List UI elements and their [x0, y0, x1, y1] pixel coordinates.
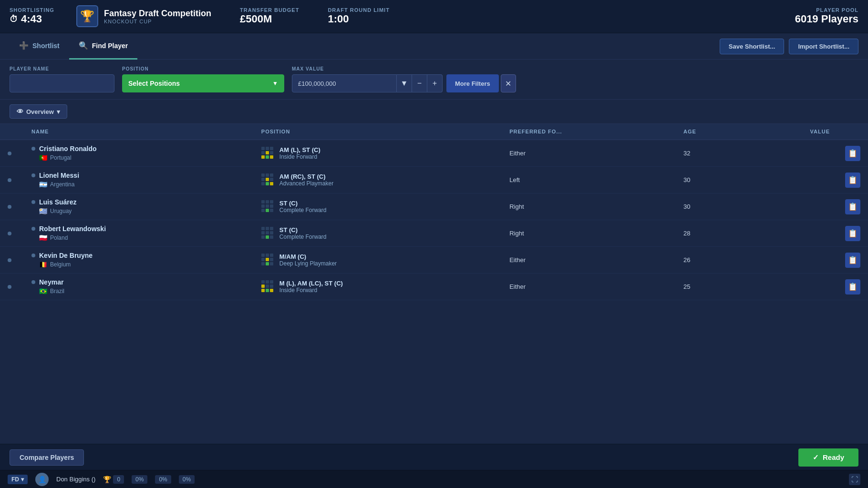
- stat2: 0%: [155, 475, 171, 484]
- tab-shortlist[interactable]: ➕ Shortlist: [10, 33, 69, 60]
- position-text: M/AM (C) Deep Lying Playmaker: [279, 253, 337, 267]
- max-value-input[interactable]: [292, 74, 397, 92]
- row-status-cell: [0, 167, 24, 193]
- stat2-value: 0%: [155, 475, 171, 484]
- row-action-cell: 📋: [837, 247, 868, 274]
- row-preferred-foot-cell: Right: [502, 193, 676, 220]
- row-action-cell: 📋: [837, 193, 868, 220]
- add-player-button[interactable]: 📋: [845, 146, 860, 161]
- position-dot: [261, 258, 265, 261]
- shortlist-tab-label: Shortlist: [32, 42, 60, 50]
- clear-filters-button[interactable]: ✕: [501, 74, 516, 92]
- table-row[interactable]: Neymar 🇧🇷 Brazil M (L), AM (LC), ST (C) …: [0, 274, 868, 300]
- header-age[interactable]: AGE: [676, 124, 748, 140]
- position-dot: [266, 262, 269, 265]
- add-player-button[interactable]: 📋: [845, 253, 860, 268]
- add-player-button[interactable]: 📋: [845, 173, 860, 188]
- player-name: Kevin De Bruyne: [31, 252, 246, 259]
- table-row[interactable]: Lionel Messi 🇦🇷 Argentina AM (RC), ST (C…: [0, 167, 868, 193]
- position-dot: [270, 155, 273, 159]
- position-dot: [270, 231, 273, 234]
- row-position-cell: M/AM (C) Deep Lying Playmaker: [254, 247, 502, 274]
- country-name: Belgium: [50, 261, 71, 268]
- position-dot: [261, 155, 265, 159]
- row-action-cell: 📋: [837, 140, 868, 167]
- position-role: Inside Forward: [279, 153, 320, 160]
- compare-players-button[interactable]: Compare Players: [10, 449, 84, 466]
- position-label: POSITION: [122, 66, 284, 71]
- header-value[interactable]: VALUE: [748, 124, 837, 140]
- position-cell: M/AM (C) Deep Lying Playmaker: [261, 253, 494, 267]
- trophy-stat: 🏆 0: [103, 475, 124, 484]
- header-name[interactable]: NAME: [24, 124, 254, 140]
- player-table-scroll[interactable]: NAME POSITION PREFERRED FO... AGE VALUE …: [0, 124, 868, 444]
- search-icon: 🔍: [79, 41, 88, 50]
- trophy-block: 🏆 Fantasy Draft Competition KNOCKOUT CUP: [76, 5, 211, 27]
- chevron-down-icon: ▼: [272, 80, 278, 87]
- position-grid: [261, 280, 275, 294]
- table-row[interactable]: Robert Lewandowski 🇵🇱 Poland ST (C) Comp…: [0, 220, 868, 247]
- increase-value-plus-button[interactable]: +: [427, 74, 443, 92]
- shortlisting-block: SHORTLISTING ⏱ 4:43: [10, 7, 62, 25]
- table-row[interactable]: Kevin De Bruyne 🇧🇪 Belgium M/AM (C) Deep…: [0, 247, 868, 274]
- player-nation: 🇧🇪 Belgium: [31, 261, 246, 268]
- status-dot-inner: [31, 173, 35, 177]
- row-status-cell: [0, 220, 24, 247]
- position-dot: [261, 254, 265, 257]
- row-name-cell: Lionel Messi 🇦🇷 Argentina: [24, 167, 254, 193]
- position-dot: [270, 182, 273, 185]
- import-shortlist-button[interactable]: Import Shortlist...: [789, 39, 858, 54]
- overview-button[interactable]: 👁 Overview ▾: [10, 104, 67, 119]
- position-text: AM (L), ST (C) Inside Forward: [279, 146, 320, 160]
- position-grid: [261, 254, 275, 267]
- filters-bar: PLAYER NAME POSITION Select Positions ▼ …: [0, 60, 868, 100]
- player-pool-value: 6019 Players: [795, 13, 858, 25]
- status-dot-inner: [31, 200, 35, 204]
- position-select[interactable]: Select Positions ▼: [122, 74, 284, 92]
- checkmark-icon: ✓: [813, 453, 819, 462]
- position-dot: [270, 147, 273, 150]
- position-dot: [266, 209, 269, 212]
- ready-button[interactable]: ✓ Ready: [798, 448, 858, 467]
- stat1: 0%: [132, 475, 147, 484]
- add-player-button[interactable]: 📋: [845, 199, 860, 214]
- player-name-cell: Luis Suárez 🇺🇾 Uruguay: [31, 198, 246, 215]
- add-player-button[interactable]: 📋: [845, 279, 860, 295]
- row-value-cell: [748, 247, 837, 274]
- position-dot: [266, 254, 269, 257]
- nav-bar: ➕ Shortlist 🔍 Find Player Save Shortlist…: [0, 33, 868, 60]
- table-row[interactable]: Cristiano Ronaldo 🇵🇹 Portugal AM (L), ST…: [0, 140, 868, 167]
- position-dot: [266, 200, 269, 203]
- position-dot: [261, 231, 265, 234]
- player-name-cell: Neymar 🇧🇷 Brazil: [31, 278, 246, 295]
- tab-find-player[interactable]: 🔍 Find Player: [69, 33, 137, 60]
- row-age-cell: 25: [676, 274, 748, 300]
- top-bar: SHORTLISTING ⏱ 4:43 🏆 Fantasy Draft Comp…: [0, 0, 868, 33]
- country-flag: 🇧🇷: [39, 287, 47, 295]
- position-dot: [261, 182, 265, 185]
- fd-badge[interactable]: FD ▾: [8, 475, 28, 484]
- save-shortlist-button[interactable]: Save Shortlist...: [720, 39, 785, 54]
- header-preferred-foot[interactable]: PREFERRED FO...: [502, 124, 676, 140]
- position-dot: [261, 235, 265, 239]
- header-position[interactable]: POSITION: [254, 124, 502, 140]
- plus-icon: ➕: [19, 41, 29, 50]
- status-dot-inner: [31, 280, 35, 284]
- increase-value-minus-button[interactable]: −: [412, 74, 427, 92]
- row-age-cell: 28: [676, 220, 748, 247]
- position-dot: [266, 151, 269, 154]
- position-role: Inside Forward: [279, 287, 343, 294]
- table-row[interactable]: Luis Suárez 🇺🇾 Uruguay ST (C) Complete F…: [0, 193, 868, 220]
- player-nation: 🇧🇷 Brazil: [31, 287, 246, 295]
- maximize-button[interactable]: ⛶: [849, 474, 860, 485]
- status-dot-inner: [31, 227, 35, 231]
- decrease-value-button[interactable]: ▼: [397, 74, 412, 92]
- fd-label: FD: [11, 476, 19, 483]
- position-dot: [266, 289, 269, 292]
- player-name-input[interactable]: [10, 74, 114, 92]
- add-player-button[interactable]: 📋: [845, 226, 860, 241]
- position-dot: [270, 280, 273, 284]
- more-filters-button[interactable]: More Filters: [446, 74, 499, 92]
- position-main: M (L), AM (LC), ST (C): [279, 280, 343, 287]
- row-age-cell: 32: [676, 140, 748, 167]
